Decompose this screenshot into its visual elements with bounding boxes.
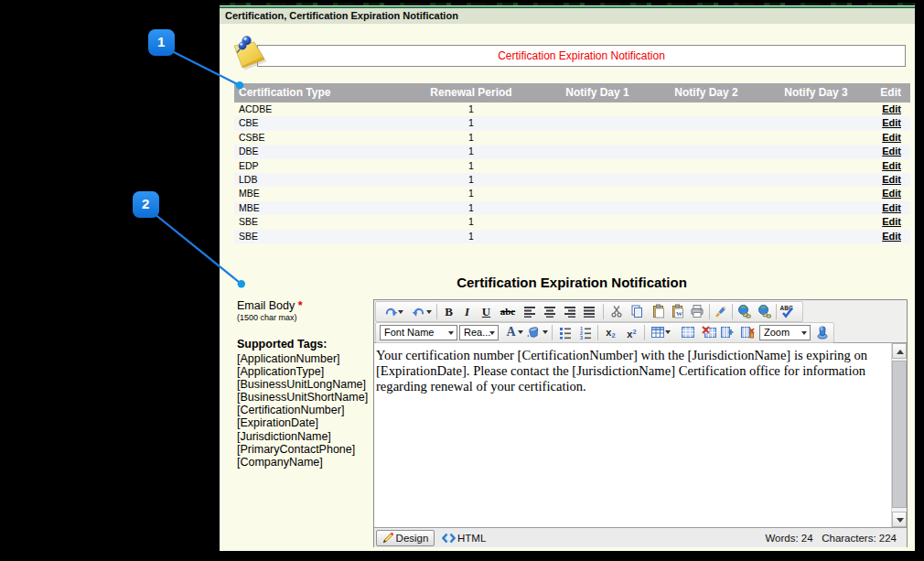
svg-text:3: 3 [580,335,583,340]
svg-text:W: W [676,310,682,318]
